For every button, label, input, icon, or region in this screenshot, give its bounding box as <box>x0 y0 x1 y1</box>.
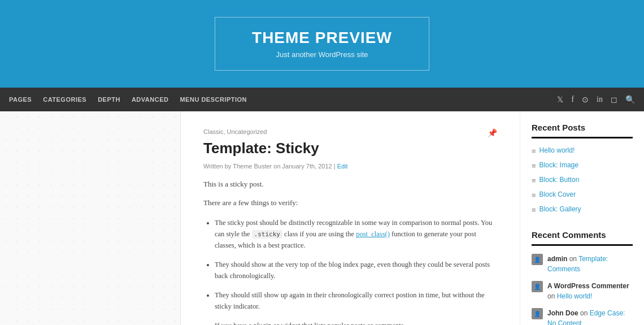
list-item: ≡ Hello world! <box>532 146 633 155</box>
recent-posts-title: Recent Posts <box>532 123 633 138</box>
comment-author: admin <box>547 255 567 263</box>
author-link[interactable]: Theme Buster <box>233 163 272 170</box>
left-gutter <box>0 111 181 325</box>
comment-author: A WordPress Commenter <box>547 282 629 290</box>
list-icon: ≡ <box>532 191 536 200</box>
recent-posts-list: ≡ Hello world! ≡ Block: Image ≡ Block: B… <box>532 146 633 214</box>
edit-link[interactable]: Edit <box>337 163 348 170</box>
recent-post-link[interactable]: Block: Button <box>539 176 580 184</box>
comment-item: 👤 admin on Template: Comments <box>532 254 633 274</box>
nav-links: PAGES CATEGORIES DEPTH ADVANCED MENU DES… <box>9 96 247 103</box>
twitter-icon[interactable]: 𝕏 <box>557 95 563 105</box>
nav-categories[interactable]: CATEGORIES <box>43 96 86 103</box>
recent-posts-section: Recent Posts ≡ Hello world! ≡ Block: Ima… <box>532 123 633 214</box>
list-icon: ≡ <box>532 206 536 214</box>
nav-advanced[interactable]: ADVANCED <box>132 96 169 103</box>
search-icon[interactable]: 🔍 <box>625 95 635 105</box>
comment-avatar: 👤 <box>532 308 543 319</box>
comment-item: 👤 A WordPress Commenter on Hello world! <box>532 281 633 301</box>
comment-text: A WordPress Commenter on Hello world! <box>547 281 633 301</box>
site-tagline: Just another WordPress site <box>249 50 395 59</box>
post-meta-text: Written by Theme Buster on January 7th, … <box>203 163 348 170</box>
recent-comments-section: Recent Comments 👤 admin on Template: Com… <box>532 230 633 325</box>
comment-avatar: 👤 <box>532 281 543 292</box>
facebook-icon[interactable]: f <box>571 95 574 104</box>
nav-pages[interactable]: PAGES <box>9 96 32 103</box>
list-icon: ≡ <box>532 147 536 155</box>
sticky-pin-icon: 📌 <box>488 128 497 138</box>
list-item: ≡ Block Cover <box>532 190 633 200</box>
comment-author: John Doe <box>547 309 578 317</box>
post-intro: This is a sticky post. <box>203 179 497 190</box>
comment-text: admin on Template: Comments <box>547 254 633 274</box>
code-sticky: .sticky <box>252 230 282 239</box>
list-item: ≡ Block: Image <box>532 161 633 170</box>
recent-post-link[interactable]: Block Cover <box>539 190 576 198</box>
nav-social: 𝕏 f ⊙ in ◻ 🔍 <box>557 95 635 105</box>
site-header: THEME PREVIEW Just another WordPress sit… <box>0 0 644 88</box>
site-nav: PAGES CATEGORIES DEPTH ADVANCED MENU DES… <box>0 88 644 111</box>
header-box: THEME PREVIEW Just another WordPress sit… <box>215 17 429 71</box>
list-item: They should show at the very top of the … <box>215 259 497 281</box>
comment-post-link[interactable]: Hello world! <box>557 292 593 300</box>
list-icon: ≡ <box>532 176 536 185</box>
github-icon[interactable]: ⊙ <box>582 95 589 105</box>
post-meta: Written by Theme Buster on January 7th, … <box>203 163 497 170</box>
nav-depth[interactable]: DEPTH <box>98 96 120 103</box>
post-bullet-list: The sticky post should be distinctly rec… <box>203 217 497 325</box>
comment-avatar: 👤 <box>532 254 543 265</box>
instagram-icon[interactable]: ◻ <box>611 95 617 105</box>
post-title: Template: Sticky <box>203 140 497 157</box>
list-item: The sticky post should be distinctly rec… <box>215 217 497 251</box>
site-title: THEME PREVIEW <box>249 29 395 47</box>
content-area: 📌 Classic, Uncategorized Template: Stick… <box>0 111 644 325</box>
list-item: If you have a plugin or widget that list… <box>215 320 497 325</box>
main-content: 📌 Classic, Uncategorized Template: Stick… <box>181 111 520 325</box>
recent-comments-title: Recent Comments <box>532 230 633 246</box>
list-icon: ≡ <box>532 162 536 170</box>
list-item: ≡ Block: Gallery <box>532 205 633 214</box>
list-item: ≡ Block: Button <box>532 176 633 185</box>
post-categories: Classic, Uncategorized <box>203 128 497 135</box>
sidebar: Recent Posts ≡ Hello world! ≡ Block: Ima… <box>520 111 644 325</box>
post-things-heading: There are a few things to verify: <box>203 197 497 209</box>
nav-menu-description[interactable]: MENU DESCRIPTION <box>180 96 247 103</box>
list-item: They should still show up again in their… <box>215 289 497 312</box>
comment-text: John Doe on Edge Case: No Content <box>547 308 633 325</box>
comment-item: 👤 John Doe on Edge Case: No Content <box>532 308 633 325</box>
linkedin-icon[interactable]: in <box>597 95 603 104</box>
post-class-link[interactable]: post_class() <box>356 230 390 238</box>
recent-post-link[interactable]: Block: Image <box>539 161 578 169</box>
gutter-decoration <box>0 111 180 325</box>
recent-post-link[interactable]: Hello world! <box>539 146 575 154</box>
recent-post-link[interactable]: Block: Gallery <box>539 205 581 213</box>
